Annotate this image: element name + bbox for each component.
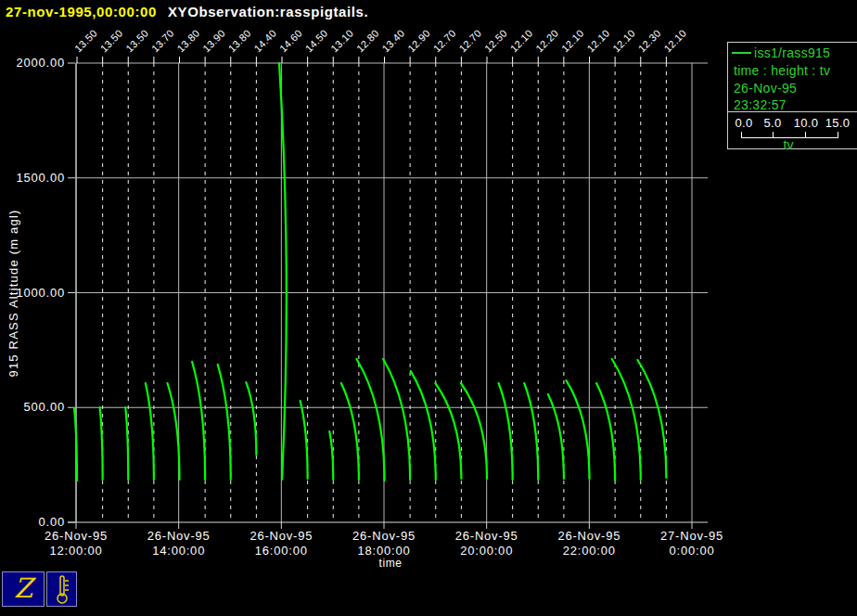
x-axis-title: time bbox=[378, 557, 402, 570]
x-tick-time: 20:00:00 bbox=[460, 544, 513, 558]
x-tick-date: 26-Nov-95 bbox=[45, 529, 108, 543]
tv-value-label: 12.10 bbox=[610, 27, 637, 54]
pigtail-curve bbox=[168, 383, 180, 480]
pigtail-curve bbox=[100, 407, 103, 480]
x-tick-date: 26-Nov-95 bbox=[249, 529, 313, 543]
pigtail-curve bbox=[596, 383, 615, 481]
x-tick-date: 27-Nov-95 bbox=[660, 529, 723, 543]
x-tick-time: 22:00:00 bbox=[563, 544, 616, 558]
pigtail-curve bbox=[357, 359, 385, 481]
tv-value-label: 12.10 bbox=[508, 27, 535, 54]
legend-series-label: iss1/rass915 bbox=[754, 45, 830, 60]
legend-date: 26-Nov-95 bbox=[734, 81, 797, 96]
y-tick-label: 1000.00 bbox=[16, 286, 65, 300]
x-tick-time: 18:00:00 bbox=[357, 544, 410, 558]
pigtail-curve bbox=[637, 360, 666, 478]
x-tick-time: 14:00:00 bbox=[152, 544, 205, 558]
pigtail-curve bbox=[329, 431, 333, 480]
pigtail-curve bbox=[435, 383, 461, 479]
pigtail-curve bbox=[146, 383, 154, 480]
y-tick-label: 2000.00 bbox=[16, 56, 65, 70]
pigtail-curve bbox=[246, 382, 256, 455]
app-screen: 27-nov-1995,00:00:00XYObservation:rasspi… bbox=[0, 0, 857, 616]
zoom-z-icon: Z bbox=[14, 575, 32, 602]
legend-separator bbox=[728, 111, 857, 112]
tv-value-label: 13.40 bbox=[379, 27, 406, 54]
tv-scale-ruler-tick bbox=[773, 132, 774, 137]
x-tick-date: 26-Nov-95 bbox=[557, 529, 620, 543]
tv-scale-tick-15: 15.0 bbox=[825, 116, 851, 130]
legend-time: 23:32:57 bbox=[734, 97, 787, 112]
tv-value-label: 13.70 bbox=[149, 27, 176, 54]
tv-value-label: 13.50 bbox=[123, 27, 150, 54]
tv-value-label: 14.50 bbox=[303, 27, 330, 54]
tv-scale-tick-0: 0.0 bbox=[735, 116, 753, 130]
x-tick-date: 26-Nov-95 bbox=[352, 529, 416, 543]
tv-value-label: 13.80 bbox=[174, 27, 201, 54]
tv-value-label: 12.90 bbox=[405, 27, 432, 54]
tv-value-label: 12.20 bbox=[533, 27, 560, 54]
tv-value-label: 13.80 bbox=[226, 27, 253, 54]
tv-value-label: 13.10 bbox=[328, 27, 355, 54]
tv-value-label: 12.70 bbox=[431, 27, 458, 54]
x-tick-date: 26-Nov-95 bbox=[455, 529, 518, 543]
x-tick-time: 12:00:00 bbox=[49, 544, 102, 558]
tv-value-label: 12.50 bbox=[482, 27, 509, 54]
legend-series-row: iss1/rass915 bbox=[732, 45, 830, 60]
pigtail-curve bbox=[383, 359, 410, 480]
tv-value-label: 12.10 bbox=[661, 27, 688, 54]
tv-scale-tick-5: 5.0 bbox=[764, 116, 782, 130]
pigtail-curve bbox=[192, 362, 205, 480]
pigtail-curve bbox=[301, 401, 308, 479]
chart-generated-layer: 26-Nov-9512:00:0026-Nov-9514:00:0026-Nov… bbox=[16, 27, 723, 558]
tv-value-label: 13.50 bbox=[72, 27, 99, 54]
pigtail-curve bbox=[411, 371, 436, 480]
x-tick-time: 16:00:00 bbox=[255, 544, 308, 558]
pigtail-curve bbox=[499, 383, 513, 480]
tv-value-label: 14.40 bbox=[251, 27, 278, 54]
tv-value-label: 12.10 bbox=[559, 27, 586, 54]
pigtail-curve bbox=[279, 63, 287, 480]
tv-value-label: 12.30 bbox=[636, 27, 663, 54]
tv-value-label: 12.70 bbox=[456, 27, 483, 54]
tv-value-label: 13.90 bbox=[200, 27, 227, 54]
tv-scale-tick-10: 10.0 bbox=[794, 116, 819, 130]
legend-fields: time : height : tv bbox=[734, 63, 830, 78]
pigtail-curve bbox=[125, 407, 128, 480]
zoom-tool-button[interactable]: Z bbox=[2, 571, 45, 607]
tv-scale-ruler-tick bbox=[805, 132, 806, 137]
legend-line-sample bbox=[732, 52, 751, 54]
pigtail-curve bbox=[218, 365, 231, 480]
pigtail-curve bbox=[567, 380, 590, 479]
y-tick-label: 1500.00 bbox=[16, 171, 65, 185]
y-tick-label: 0.00 bbox=[38, 515, 65, 529]
x-tick-time: 0:00:00 bbox=[670, 544, 715, 558]
tv-value-label: 12.80 bbox=[354, 27, 381, 54]
tv-value-label: 14.60 bbox=[277, 27, 304, 54]
tv-value-label: 13.50 bbox=[98, 27, 125, 54]
pigtail-curve bbox=[612, 359, 641, 480]
y-tick-label: 500.00 bbox=[23, 400, 65, 414]
pigtail-curve bbox=[548, 394, 564, 479]
pigtail-curve bbox=[524, 383, 538, 480]
thermometer-icon bbox=[52, 574, 72, 604]
thermometer-tool-button[interactable] bbox=[46, 571, 77, 607]
x-tick-date: 26-Nov-95 bbox=[147, 529, 211, 543]
pigtail-curve bbox=[461, 383, 487, 479]
tv-scale-label: tv bbox=[777, 137, 799, 152]
legend-panel: iss1/rass915 time : height : tv 26-Nov-9… bbox=[727, 42, 857, 149]
tv-value-label: 12.10 bbox=[584, 27, 611, 54]
pigtail-curve bbox=[341, 383, 359, 480]
